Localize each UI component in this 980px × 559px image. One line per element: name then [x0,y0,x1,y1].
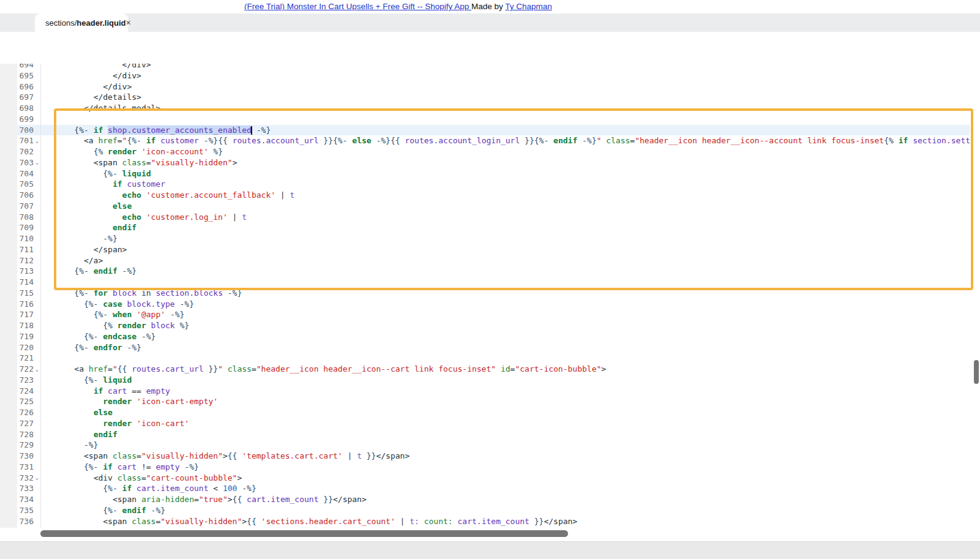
token: </div> [122,64,151,69]
token: > [237,473,242,482]
code-line-714: 714 [0,277,980,288]
token: "cart-count-bubble" [146,473,238,482]
fold-arrow-icon[interactable]: ⌄ [34,364,40,375]
token: 'icon-cart' [137,419,189,428]
token: -%} [170,310,184,319]
token: }} [323,136,333,145]
code-text: endif [40,430,118,439]
token: {%- [84,375,98,385]
token: -%} [180,299,194,309]
token: t: [410,517,419,526]
line-number: 727 [0,418,34,429]
selected-text: shop.customer_accounts_enabled [108,126,252,135]
token: {%- [103,506,117,515]
token [132,397,137,406]
token: {% [103,321,113,330]
token [252,126,256,135]
line-number: 724 [0,386,34,397]
token: '@app' [137,310,165,319]
token [908,136,913,145]
horizontal-scrollbar[interactable] [40,530,568,537]
token: else [113,201,132,211]
fold-arrow-icon[interactable]: ⌄ [34,473,40,484]
token: %} [213,147,223,156]
token: {%- [74,266,88,276]
code-editor[interactable]: 694 </div>695 </div>696 </div>697 </deta… [0,64,980,528]
line-number: 696 [0,81,34,92]
token: </span> [376,451,410,460]
line-number: 703 [0,157,34,168]
token: <span [94,158,122,167]
token: "header__icon header__icon--account link… [635,136,884,145]
token: if [122,484,132,493]
code-text: </a> [40,256,103,265]
code-text: if customer [40,179,165,189]
token: -%} [582,136,596,145]
code-text: endif [40,223,137,232]
code-line-725: 725 render 'icon-cart-empty' [0,396,980,407]
code-text: {%- for block in section.blocks -%} [40,288,242,298]
token: = [194,495,199,504]
fold-arrow-icon[interactable]: ⌄ [34,136,40,147]
code-text: {%- endcase -%} [40,332,155,341]
code-line-734: 734 <span aria-hidden="true">{{ cart.ite… [0,494,980,505]
code-text: -%} [40,234,118,243]
code-text: {%- when '@app' -%} [40,310,184,319]
token: {%- [84,462,98,471]
app-link[interactable]: (Free Trial) Monster In Cart Upsells + F… [244,2,471,11]
line-number: 716 [0,299,34,310]
line-number: 704 [0,168,34,179]
token: | [343,451,357,460]
close-icon[interactable]: × [126,18,131,27]
line-number: 725 [0,396,34,407]
token: <a [84,136,98,145]
code-line-733: 733 {%- if cart.item_count < 100 -%} [0,483,980,494]
token: customer [160,136,199,145]
token: for [94,288,108,298]
token: if [146,136,156,145]
token: </div> [113,71,141,80]
token: block.type [127,299,174,309]
token: 'customer.account_fallback' [146,190,275,200]
token [146,506,151,515]
author-link[interactable]: Ty Chapman [505,2,552,11]
token: -%} [376,136,390,145]
code-text: render 'icon-cart-empty' [40,397,218,406]
line-number: 715 [0,288,34,299]
vertical-scrollbar[interactable] [974,360,979,384]
token: aria-hidden [141,495,194,504]
line-number: 728 [0,429,34,440]
line-number: 705 [0,179,34,190]
code-line-736: 736 <span class="visually-hidden">{{ 'se… [0,516,980,527]
line-number: 729 [0,440,34,451]
code-line-713: 713 {%- endif -%} [0,266,980,277]
token: {{ [247,517,256,526]
line-number: 722 [0,364,34,375]
fold-arrow-icon[interactable]: ⌄ [34,157,40,168]
token: {%- [84,299,98,309]
code-text: echo 'customer.account_fallback' | t [40,190,294,200]
code-line-724: 724 if cart == empty [0,386,980,397]
token: {%- [534,136,548,145]
line-number: 732 [0,473,34,484]
token [496,364,501,373]
token [118,266,122,276]
token: endif [113,223,137,232]
token: case [103,299,122,309]
token: {{ [118,364,127,373]
code-text: {%- if shop.customer_accounts_enabled -%… [40,126,271,135]
token: }} [534,517,544,526]
code-text: {%- liquid [40,169,151,178]
code-line-729: 729 -%} [0,440,980,451]
tab-header-liquid[interactable]: sections/header.liquid × [35,13,128,32]
code-text: render 'icon-cart' [40,419,189,428]
token: cart [108,386,127,396]
token: {{ [228,451,238,460]
token: = [252,364,256,373]
token [118,506,122,515]
code-line-699: 699 [0,114,980,125]
line-number: 733 [0,483,34,494]
token: class [606,136,630,145]
token: | [228,212,242,222]
token [141,136,146,145]
